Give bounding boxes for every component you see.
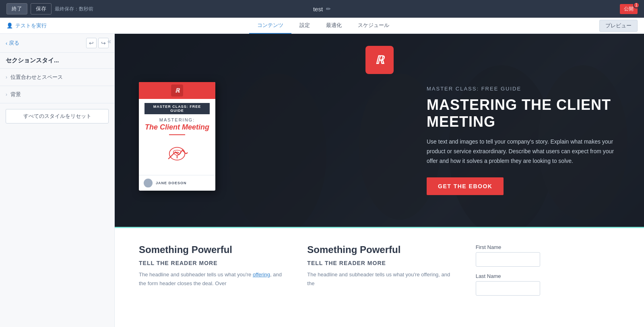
topbar-left: 終了 保存 最終保存：数秒前 xyxy=(6,3,93,14)
sidebar-title: セクションスタイ... xyxy=(0,53,114,69)
book-badge: MASTER CLASS: FREE GUIDE xyxy=(144,103,210,114)
redo-button[interactable]: ↪ xyxy=(98,38,109,48)
book-r-text: ℝ xyxy=(175,87,180,94)
book-handshake-icon xyxy=(163,141,191,167)
below-body-1: The headline and subheader tells us what… xyxy=(139,270,283,288)
book-cover: ℝ MASTER CLASS: FREE GUIDE MASTERING: Th… xyxy=(139,82,215,191)
hero-section: ℝ ℝ MASTER CLASS: FREE GUIDE MASTERING: xyxy=(115,34,644,227)
below-subheading-1: Tell The Reader More xyxy=(139,260,283,266)
offering-link[interactable]: offering xyxy=(253,271,270,278)
tabs: コンテンツ 設定 最適化 スケジュール xyxy=(249,18,397,34)
collapse-sidebar-button[interactable]: « xyxy=(107,38,111,45)
below-col-1: Something Powerful Tell The Reader More … xyxy=(139,244,283,302)
topbar-right: 公開 1 xyxy=(620,4,638,14)
user-icon: 👤 xyxy=(6,23,13,29)
hero-heading: MASTERING THE CLIENT MEETING xyxy=(427,97,620,130)
below-subheading-2: Tell The Reader More xyxy=(307,260,451,266)
notification-badge: 1 xyxy=(633,2,640,8)
author-avatar xyxy=(144,179,153,187)
book-title-area: MASTERING: The Client Meeting xyxy=(140,117,214,138)
below-heading-1: Something Powerful xyxy=(139,244,283,256)
content-area: ℝ ℝ MASTER CLASS: FREE GUIDE MASTERING: xyxy=(115,34,644,327)
hero-eyebrow: MASTER CLASS: FREE GUIDE xyxy=(427,86,620,92)
sidebar-header: ‹ 戻る ↩ ↪ « xyxy=(0,34,114,53)
back-label: 戻る xyxy=(9,39,19,47)
logo-mark: ℝ xyxy=(365,46,394,74)
undo-button[interactable]: ↩ xyxy=(86,38,97,48)
exit-button[interactable]: 終了 xyxy=(6,3,27,14)
page-title: test xyxy=(313,6,323,12)
sidebar-section-alignment[interactable]: › 位置合わせとスペース xyxy=(0,69,114,86)
below-body-2: The headline and subheader tells us what… xyxy=(307,270,451,288)
reset-styles-button[interactable]: すべてのスタイルをリセット xyxy=(6,109,109,123)
section-label-background: 背景 xyxy=(10,91,21,98)
hero-body: Use text and images to tell your company… xyxy=(427,137,620,166)
section-label-alignment: 位置合わせとスペース xyxy=(10,74,63,81)
last-name-label: Last Name xyxy=(476,273,620,279)
back-link[interactable]: ‹ 戻る xyxy=(6,39,19,47)
hero-left: ℝ MASTER CLASS: FREE GUIDE MASTERING: Th… xyxy=(139,82,215,191)
topbar: 終了 保存 最終保存：数秒前 test ✏ 公開 1 xyxy=(0,0,644,18)
first-name-label: First Name xyxy=(476,244,620,250)
edit-icon[interactable]: ✏ xyxy=(326,6,331,12)
book-top: ℝ xyxy=(139,82,215,99)
book-mastering-label: MASTERING: xyxy=(145,117,209,122)
last-name-field: Last Name xyxy=(476,273,620,296)
form-column: First Name Last Name xyxy=(476,244,620,302)
book-title: The Client Meeting xyxy=(145,123,209,132)
tab-schedule[interactable]: スケジュール xyxy=(350,18,397,34)
svg-point-2 xyxy=(144,184,152,187)
tab-optimization[interactable]: 最適化 xyxy=(318,18,350,34)
below-heading-2: Something Powerful xyxy=(307,244,451,256)
below-col-2: Something Powerful Tell The Reader More … xyxy=(307,244,451,302)
first-name-field: First Name xyxy=(476,244,620,267)
undo-redo: ↩ ↪ xyxy=(86,38,109,48)
test-label: テストを実行 xyxy=(15,22,47,29)
chevron-right-icon-2: › xyxy=(6,92,7,97)
test-run-button[interactable]: 👤 テストを実行 xyxy=(6,22,47,29)
book-r-icon: ℝ xyxy=(171,84,183,97)
tab-content[interactable]: コンテンツ xyxy=(249,18,291,34)
second-toolbar: 👤 テストを実行 コンテンツ 設定 最適化 スケジュール プレビュー xyxy=(0,18,644,34)
preview-button[interactable]: プレビュー xyxy=(599,20,638,32)
main-layout: ‹ 戻る ↩ ↪ « セクションスタイ... › 位置合わせとスペース › 背景… xyxy=(0,34,644,327)
first-name-input[interactable] xyxy=(476,252,540,267)
tab-settings[interactable]: 設定 xyxy=(291,18,318,34)
below-hero-section: Something Powerful Tell The Reader More … xyxy=(115,227,644,318)
topbar-center: test ✏ xyxy=(313,6,331,12)
logo-r-icon: ℝ xyxy=(375,53,384,67)
chevron-right-icon: › xyxy=(6,74,7,80)
book-footer: JANE DOESON xyxy=(139,175,215,191)
book-divider xyxy=(169,134,185,135)
chevron-left-icon: ‹ xyxy=(6,40,7,46)
hero-cta-button[interactable]: GET THE EBOOK xyxy=(427,177,504,195)
autosave-label: 最終保存：数秒前 xyxy=(55,6,93,12)
last-name-input[interactable] xyxy=(476,281,540,296)
svg-point-1 xyxy=(146,180,150,184)
hero-right: MASTER CLASS: FREE GUIDE MASTERING THE C… xyxy=(427,86,620,195)
save-button[interactable]: 保存 xyxy=(31,3,52,14)
sidebar: ‹ 戻る ↩ ↪ « セクションスタイ... › 位置合わせとスペース › 背景… xyxy=(0,34,115,327)
author-name: JANE DOESON xyxy=(156,181,187,185)
sidebar-section-background[interactable]: › 背景 xyxy=(0,86,114,103)
